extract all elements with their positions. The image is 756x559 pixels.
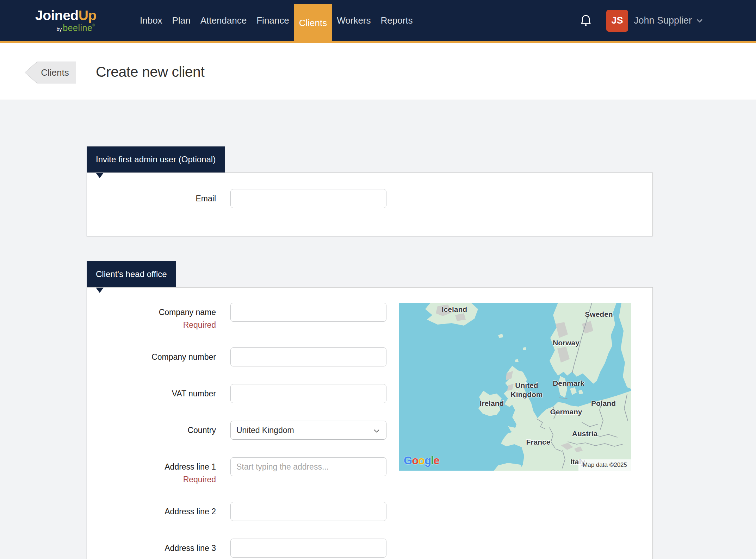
head-office-panel: Company name Required Company number VAT… — [87, 287, 653, 559]
nav-item-plan[interactable]: Plan — [167, 0, 196, 41]
address3-label: Address line 3 — [165, 543, 216, 553]
content-area: Invite first admin user (Optional) Email… — [87, 100, 653, 559]
address3-input[interactable] — [230, 539, 386, 558]
logo-wordmark: JoinedUp — [35, 8, 97, 22]
nav-item-reports[interactable]: Reports — [376, 0, 418, 41]
google-map[interactable]: Iceland Sweden Norway Denmark United Kin… — [399, 303, 631, 471]
notifications-bell-icon[interactable] — [580, 14, 592, 28]
invite-panel-pointer — [96, 173, 104, 178]
company-number-input[interactable] — [230, 347, 386, 366]
map-land-shapes — [399, 303, 631, 471]
address2-input[interactable] — [230, 502, 386, 521]
country-selected-value: United Kingdom — [236, 426, 294, 435]
map-attribution: Map data ©2025 — [578, 459, 631, 471]
country-select[interactable]: United Kingdom — [230, 421, 386, 440]
address1-required: Required — [183, 475, 216, 484]
page-title: Create new client — [96, 64, 204, 80]
invite-panel: Email — [87, 172, 653, 236]
page-header: Clients Create new client — [0, 43, 756, 100]
address1-label: Address line 1 — [165, 462, 216, 472]
vat-number-input[interactable] — [230, 384, 386, 403]
nav-item-finance[interactable]: Finance — [252, 0, 294, 41]
head-office-panel-tab: Client's head office — [87, 261, 176, 287]
user-name[interactable]: John Supplier — [634, 15, 692, 26]
select-chevron-down-icon — [373, 427, 380, 435]
company-name-required: Required — [183, 320, 216, 330]
main-menu: Inbox Plan Attendance Finance Clients Wo… — [135, 0, 418, 41]
navbar-right: JS John Supplier — [580, 0, 704, 41]
joinedup-logo[interactable]: JoinedUp bybeeline® — [35, 8, 97, 32]
nav-item-clients[interactable]: Clients — [294, 4, 332, 42]
address2-label: Address line 2 — [165, 507, 216, 516]
back-to-clients-button[interactable]: Clients — [25, 62, 76, 83]
user-avatar[interactable]: JS — [606, 10, 628, 32]
invite-panel-tab: Invite first admin user (Optional) — [87, 146, 225, 172]
logo-byline: bybeeline® — [35, 24, 97, 32]
company-name-label: Company name — [159, 307, 216, 317]
nav-item-attendance[interactable]: Attendance — [196, 0, 252, 41]
email-input[interactable] — [230, 189, 386, 208]
nav-item-workers[interactable]: Workers — [332, 0, 376, 41]
chevron-down-icon[interactable] — [695, 17, 704, 25]
vat-number-label: VAT number — [172, 389, 216, 398]
email-label: Email — [196, 194, 216, 203]
email-row: Email — [87, 189, 652, 208]
address2-row: Address line 2 — [87, 502, 652, 521]
head-office-panel-pointer — [96, 288, 104, 293]
company-number-label: Company number — [151, 352, 216, 362]
top-navbar: JoinedUp bybeeline® Inbox Plan Attendanc… — [0, 0, 756, 41]
back-button-label: Clients — [25, 62, 76, 83]
address1-input[interactable] — [230, 457, 386, 476]
country-label: Country — [187, 425, 216, 435]
company-name-input[interactable] — [230, 303, 386, 322]
google-logo[interactable]: Google — [404, 454, 439, 467]
address3-row: Address line 3 — [87, 539, 652, 558]
nav-item-inbox[interactable]: Inbox — [135, 0, 167, 41]
